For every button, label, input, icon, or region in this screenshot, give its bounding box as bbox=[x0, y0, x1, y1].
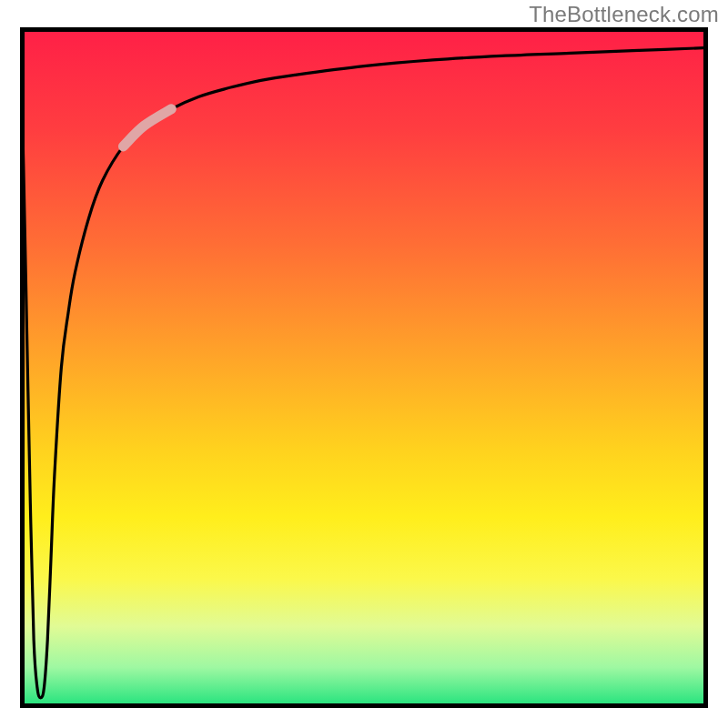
watermark-text: TheBottleneck.com bbox=[529, 2, 719, 27]
plot-area bbox=[20, 27, 708, 708]
plot-background-gradient bbox=[20, 27, 708, 708]
